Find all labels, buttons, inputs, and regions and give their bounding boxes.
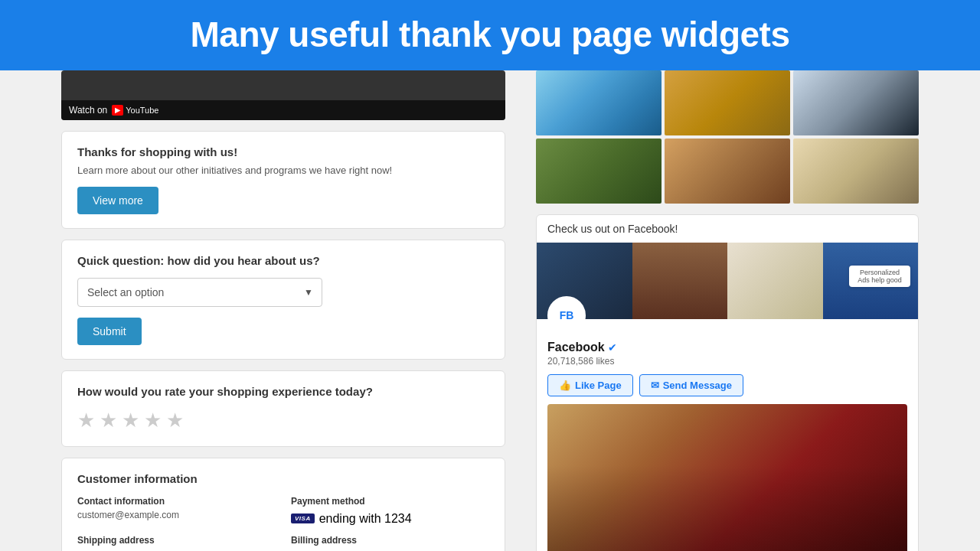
watch-on-label: Watch on [69,105,107,116]
facebook-likes-count: 20,718,586 likes [547,356,907,367]
facebook-verified-icon: ✔ [608,341,617,354]
billing-section: Billing address [291,535,489,549]
photo-swing [665,139,790,204]
page-header: Many useful thank you page widgets [0,0,980,70]
customer-widget-title: Customer information [77,472,489,485]
facebook-page-info: Facebook ✔ 20,718,586 likes 👍 Like Page … [537,319,918,404]
star-rating[interactable]: ★ ★ ★ ★ ★ [77,409,489,432]
thanks-description: Learn more about our other initiatives a… [77,165,489,176]
facebook-section-header: Check us out on Facebook! [537,215,918,243]
visa-badge: VISA ending with 1234 [291,512,412,526]
submit-button[interactable]: Submit [77,318,142,345]
video-bottom-bar: Watch on ▶ YouTube [61,100,505,120]
photo-beach [536,70,662,135]
video-widget: Watch on ▶ YouTube [61,70,505,120]
visa-logo: VISA [291,514,315,523]
rating-widget: How would you rate your shopping experie… [61,370,505,447]
facebook-name-row: Facebook ✔ [547,341,907,354]
hear-about-us-select[interactable]: Select an option Google Facebook Friend … [77,278,322,307]
photo-grid [536,70,919,204]
thanks-widget: Thanks for shopping with us! Learn more … [61,131,505,229]
page-title: Many useful thank you page widgets [15,14,965,55]
billing-label: Billing address [291,535,489,546]
question-title: Quick question: how did you hear about u… [77,254,489,267]
youtube-logo: ▶ YouTube [112,105,158,116]
select-wrapper: Select an option Google Facebook Friend … [77,278,489,307]
cover-strip: Personalized Ads help good [537,243,918,319]
facebook-page-name: Facebook [547,341,605,354]
photo-overlay [547,404,907,551]
facebook-widget: Check us out on Facebook! Personalized A… [536,214,919,551]
photo-tribal [536,139,662,204]
message-label: Send Message [663,380,732,391]
like-page-icon: 👍 [559,380,571,391]
rating-title: How would you rate your shopping experie… [77,385,489,398]
payment-ending: ending with 1234 [319,512,412,526]
thanks-title: Thanks for shopping with us! [77,145,489,158]
star-4[interactable]: ★ [144,409,162,432]
contact-label: Contact information [77,496,276,507]
ads-hint: Personalized Ads help good [849,266,910,287]
view-more-button[interactable]: View more [77,187,158,214]
facebook-photo-post [547,404,907,551]
left-column: Watch on ▶ YouTube Thanks for shopping w… [0,70,521,551]
like-page-label: Like Page [575,380,622,391]
customer-widget: Customer information Contact information… [61,458,505,551]
cover-part-3: Personalized Ads help good [727,243,823,319]
star-5[interactable]: ★ [166,409,184,432]
contact-section: Contact information customer@example.com [77,496,276,526]
photo-moon [793,70,919,135]
star-1[interactable]: ★ [77,409,95,432]
youtube-label: YouTube [126,106,158,115]
photo-golden-hands [665,70,790,135]
contact-value: customer@example.com [77,510,276,520]
question-widget: Quick question: how did you hear about u… [61,240,505,360]
star-2[interactable]: ★ [100,409,117,432]
facebook-like-button[interactable]: 👍 Like Page [547,374,633,396]
photo-deer [793,139,919,204]
cover-part-2 [632,243,728,319]
shipping-section: Shipping address [77,535,276,549]
facebook-action-buttons: 👍 Like Page ✉ Send Message [547,374,907,396]
shipping-label: Shipping address [77,535,276,546]
right-column: Check us out on Facebook! Personalized A… [521,70,980,551]
facebook-message-button[interactable]: ✉ Send Message [639,374,743,396]
customer-grid: Contact information customer@example.com… [77,496,489,549]
payment-section: Payment method VISA ending with 1234 [291,496,489,526]
payment-label: Payment method [291,496,489,507]
message-icon: ✉ [651,380,659,391]
star-3[interactable]: ★ [122,409,139,432]
facebook-page-cover: Personalized Ads help good FB [537,243,918,319]
yt-icon: ▶ [112,105,123,116]
